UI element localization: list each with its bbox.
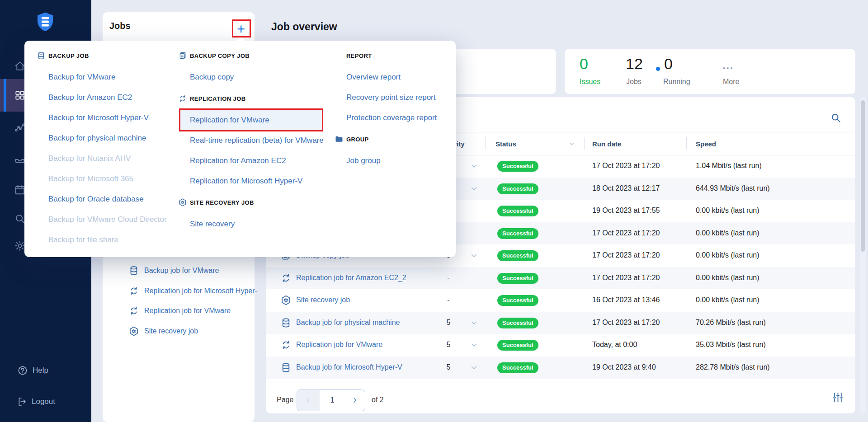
menu-item[interactable]: Real-time replication (beta) for VMware xyxy=(190,130,341,150)
priority-chevron-icon[interactable] xyxy=(469,340,479,350)
menu-item[interactable]: Protection coverage report xyxy=(346,108,453,128)
menu-item[interactable]: Backup for physical machine xyxy=(48,128,184,148)
menu-item[interactable]: Backup for Oracle database xyxy=(48,189,184,209)
filter-sliders-icon[interactable] xyxy=(832,391,844,403)
priority-value: 5 xyxy=(438,341,459,349)
sidebar-item-logout[interactable]: Logout xyxy=(16,396,55,407)
logout-icon xyxy=(16,396,27,407)
priority-chevron-icon[interactable] xyxy=(469,161,479,171)
backup-icon xyxy=(128,265,139,276)
sidebar-item-help[interactable]: Help xyxy=(17,365,48,376)
column-header-status[interactable]: Status xyxy=(495,140,516,148)
menu-section-title: BACKUP COPY JOB xyxy=(190,52,250,59)
status-badge: Successful xyxy=(497,250,538,261)
menu-item: Backup for VMware Cloud Director xyxy=(48,209,184,230)
run-date: 17 Oct 2023 at 17:20 xyxy=(592,229,660,237)
menu-section-header: GROUP xyxy=(346,128,453,150)
menu-item[interactable]: Job group xyxy=(346,150,453,171)
job-name-link[interactable]: Site recovery job xyxy=(296,296,350,304)
run-date: 17 Oct 2023 at 17:20 xyxy=(592,319,660,327)
divider xyxy=(584,137,585,150)
chevron-right-icon xyxy=(351,396,359,404)
jobs-label[interactable]: Jobs xyxy=(626,78,642,86)
menu-item[interactable]: Recovery point size report xyxy=(346,87,453,108)
menu-section-title: BACKUP JOB xyxy=(48,52,89,59)
tree-item[interactable]: Site recovery job xyxy=(103,321,255,342)
priority-chevron-icon[interactable] xyxy=(469,184,479,193)
tree-item-label: Replication job for Microsoft Hyper- xyxy=(144,287,257,295)
status-badge: Successful xyxy=(497,228,538,239)
status-badge: Successful xyxy=(497,362,538,373)
site-recovery-icon xyxy=(178,198,187,207)
menu-section-title: SITE RECOVERY JOB xyxy=(190,199,254,206)
backup-icon xyxy=(280,317,292,328)
menu-item[interactable]: Replication for Amazon EC2 xyxy=(190,150,341,171)
menu-item: Backup for Microsoft 365 xyxy=(48,169,184,189)
job-name-link[interactable]: Backup job for Microsoft Hyper-V xyxy=(296,363,402,371)
status-badge: Successful xyxy=(497,295,538,306)
run-date: 18 Oct 2023 at 12:17 xyxy=(592,184,660,192)
run-date: Today, at 0:00 xyxy=(592,341,637,349)
table-row: Site recovery job-Successful16 Oct 2023 … xyxy=(266,289,855,312)
table-row: Replication job for Amazon EC2_2-Success… xyxy=(266,267,855,290)
scrollbar-thumb[interactable] xyxy=(861,100,865,252)
tree-item[interactable]: Backup job for VMware xyxy=(103,261,255,281)
issues-count: 0 xyxy=(580,55,588,73)
tree-item[interactable]: Replication job for VMware xyxy=(103,301,255,321)
menu-item[interactable]: Replication for VMware xyxy=(180,110,322,130)
create-job-menu: BACKUP JOBBackup for VMwareBackup for Am… xyxy=(24,41,456,257)
menu-item[interactable]: Backup for VMware xyxy=(48,67,184,87)
priority-value: 5 xyxy=(438,319,459,327)
page-title: Job overview xyxy=(271,21,337,33)
divider xyxy=(266,382,855,382)
menu-item[interactable]: Backup copy xyxy=(190,67,341,87)
next-page-button[interactable] xyxy=(345,390,365,411)
status-badge: Successful xyxy=(497,183,538,194)
speed: 644.93 Mbit/s (last run) xyxy=(696,184,770,192)
menu-section-header: REPORT xyxy=(346,44,453,67)
menu-item[interactable]: Overview report xyxy=(346,67,453,87)
menu-item[interactable]: Replication for Microsoft Hyper-V xyxy=(190,171,341,191)
tree-item[interactable]: Replication job for Microsoft Hyper- xyxy=(103,281,255,301)
table-row: Backup job for Microsoft Hyper-V5Success… xyxy=(266,356,855,379)
speed: 35.03 Mbit/s (last run) xyxy=(696,341,766,349)
run-date: 17 Oct 2023 at 17:20 xyxy=(592,274,660,282)
search-icon[interactable] xyxy=(830,112,841,123)
column-header-run-date[interactable]: Run date xyxy=(592,140,621,148)
current-page[interactable]: 1 xyxy=(320,390,345,411)
priority-chevron-icon[interactable] xyxy=(469,363,479,372)
run-date: 17 Oct 2023 at 17:20 xyxy=(592,162,660,170)
column-header-speed[interactable]: Speed xyxy=(696,140,716,148)
running-dot-icon xyxy=(656,67,660,71)
speed: 0.00 kbit/s (last run) xyxy=(696,274,760,282)
issues-label[interactable]: Issues xyxy=(580,78,600,86)
menu-item: Backup for file share xyxy=(48,230,184,250)
speed: 282.78 Mbit/s (last run) xyxy=(696,363,770,371)
chevron-left-icon xyxy=(304,396,312,404)
more-ellipsis-icon[interactable]: ... xyxy=(722,60,734,72)
tree-item-label: Site recovery job xyxy=(144,327,198,335)
prev-page-button[interactable] xyxy=(297,390,320,411)
jobs-tree: Backup job for VMwareReplication job for… xyxy=(103,261,255,341)
app-shield-logo-icon xyxy=(36,12,54,33)
priority-chevron-icon[interactable] xyxy=(469,251,479,260)
menu-section-title: REPLICATION JOB xyxy=(190,95,246,102)
job-name-link[interactable]: Replication job for VMware xyxy=(296,341,382,349)
site-recovery-icon xyxy=(128,326,139,337)
job-name-link[interactable]: Backup job for physical machine xyxy=(296,319,400,327)
priority-chevron-icon[interactable] xyxy=(469,318,479,328)
menu-item: Backup for Nutanix AHV xyxy=(48,148,184,169)
more-label[interactable]: More xyxy=(723,78,739,86)
menu-item[interactable]: Backup for Microsoft Hyper-V xyxy=(48,108,184,128)
divider xyxy=(686,137,687,150)
running-label[interactable]: Running xyxy=(663,78,690,86)
priority-value: - xyxy=(438,274,459,282)
menu-section-title: REPORT xyxy=(346,52,372,59)
job-name-link[interactable]: Replication job for Amazon EC2_2 xyxy=(296,274,406,282)
menu-item[interactable]: Site recovery xyxy=(190,214,341,234)
menu-item[interactable]: Backup for Amazon EC2 xyxy=(48,87,184,108)
replication-icon xyxy=(128,305,139,316)
speed: 0.00 kbit/s (last run) xyxy=(696,251,760,259)
run-date: 17 Oct 2023 at 17:20 xyxy=(592,251,660,259)
status-sort-chevron-icon[interactable] xyxy=(568,140,576,148)
